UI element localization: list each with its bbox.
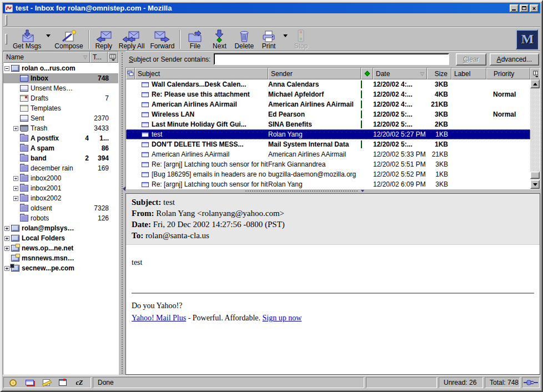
message-row[interactable]: Last Minute Holiday Gift Gui... SINA Ben… bbox=[126, 119, 530, 129]
menu-item[interactable] bbox=[50, 18, 60, 22]
close-button[interactable]: × bbox=[530, 4, 539, 12]
folder-row[interactable]: robots 126 bbox=[3, 213, 118, 223]
tree-expander[interactable] bbox=[13, 126, 18, 131]
priority-column-header[interactable]: Priority bbox=[486, 68, 530, 79]
tree-expander[interactable] bbox=[13, 196, 18, 201]
thread-column-header[interactable] bbox=[126, 68, 135, 79]
read-status-icon[interactable] bbox=[361, 91, 373, 98]
delete-button[interactable]: Delete bbox=[232, 29, 257, 50]
next-button[interactable]: Next bbox=[207, 29, 232, 50]
read-status-icon[interactable] bbox=[361, 140, 373, 148]
folder-row[interactable]: Local Folders bbox=[3, 233, 118, 243]
folder-row[interactable]: Unsent Messages bbox=[3, 83, 118, 93]
get-msgs-button[interactable]: Get Msgs bbox=[10, 29, 44, 50]
menu-item[interactable] bbox=[60, 18, 70, 22]
message-row[interactable]: Wall Calendars...Desk Calen... Anna Cale… bbox=[126, 79, 530, 89]
read-status-icon[interactable] bbox=[361, 81, 373, 88]
thread-column-picker-button[interactable] bbox=[530, 68, 540, 79]
folder-pane-splitter[interactable] bbox=[119, 51, 125, 375]
sender-column-header[interactable]: Sender bbox=[268, 68, 361, 79]
folder-row[interactable]: inbox2000 bbox=[3, 173, 118, 183]
get-msgs-dropdown-arrow[interactable] bbox=[46, 34, 51, 39]
folder-row[interactable]: Drafts 7 bbox=[3, 93, 118, 103]
folder-row[interactable]: rolan@mplsys.com bbox=[3, 223, 118, 233]
minimize-button[interactable] bbox=[510, 4, 519, 12]
date-column-header[interactable]: Date ▽ bbox=[373, 68, 427, 79]
label-column-header[interactable]: Label bbox=[451, 68, 486, 79]
search-input[interactable] bbox=[214, 53, 449, 65]
reply-button[interactable]: Reply bbox=[92, 29, 116, 50]
folder-row[interactable]: secnew...pe.com bbox=[3, 263, 118, 273]
message-row[interactable]: Re: [argnj] Latching touch sensor for hi… bbox=[126, 179, 530, 189]
tree-expander[interactable] bbox=[4, 236, 9, 241]
folder-row[interactable]: rolan o...rus.com bbox=[3, 63, 118, 73]
mozilla-logo-button[interactable]: M bbox=[516, 29, 538, 49]
compose-button[interactable]: Compose bbox=[52, 29, 86, 50]
name-column-header[interactable]: Name ▽ bbox=[3, 52, 90, 63]
message-row[interactable]: American Airlines AAirmail American Airl… bbox=[126, 149, 530, 159]
folder-row[interactable]: band 2 394 bbox=[3, 153, 118, 163]
scrollbar-thumb[interactable] bbox=[530, 172, 540, 179]
read-status-icon[interactable] bbox=[361, 100, 373, 108]
scrollbar-track[interactable] bbox=[530, 88, 540, 180]
forward-button[interactable]: Forward bbox=[147, 29, 177, 50]
tree-expander[interactable] bbox=[4, 66, 9, 71]
composer-icon[interactable] bbox=[38, 378, 54, 388]
read-status-icon[interactable] bbox=[361, 120, 373, 128]
menu-item[interactable] bbox=[30, 18, 40, 22]
mail-icon[interactable] bbox=[22, 378, 37, 388]
maximize-button[interactable] bbox=[520, 4, 529, 12]
tree-expander[interactable] bbox=[13, 186, 18, 191]
size-column-header[interactable]: Size bbox=[427, 68, 451, 79]
read-column-header[interactable] bbox=[361, 68, 373, 79]
folder-row[interactable]: Templates bbox=[3, 103, 118, 113]
menu-item[interactable] bbox=[20, 18, 30, 22]
advanced-button[interactable]: Advanced... bbox=[490, 53, 539, 66]
thread-scrollbar[interactable] bbox=[530, 79, 540, 189]
total-column-header[interactable]: T... bbox=[90, 52, 108, 63]
tree-expander[interactable] bbox=[4, 246, 9, 251]
tree-expander[interactable] bbox=[13, 176, 18, 181]
folder-row[interactable]: A spam 86 bbox=[3, 143, 118, 153]
menubar-grippy[interactable] bbox=[5, 15, 7, 26]
print-dropdown-arrow[interactable] bbox=[283, 34, 288, 39]
message-pane-splitter[interactable] bbox=[125, 189, 540, 193]
read-status-icon[interactable] bbox=[361, 110, 373, 118]
subject-column-header[interactable]: Subject bbox=[135, 68, 268, 79]
folder-row[interactable]: msnnews.msn.com bbox=[3, 253, 118, 263]
menu-item[interactable] bbox=[80, 18, 90, 22]
folder-row[interactable]: Inbox 748 bbox=[3, 73, 118, 83]
splitter-collapse-arrow-icon[interactable] bbox=[361, 190, 364, 194]
menu-item[interactable] bbox=[40, 18, 50, 22]
message-row[interactable]: test Rolan Yang 12/20/02 5:27 PM 1KB bbox=[126, 129, 530, 139]
navigator-icon[interactable] bbox=[5, 378, 21, 388]
toolbar-grippy[interactable] bbox=[5, 34, 7, 44]
message-row[interactable]: [Bug 186295] emails in headers are no lo… bbox=[126, 169, 530, 179]
folder-row[interactable]: news.op...ne.net bbox=[3, 243, 118, 253]
address-book-icon[interactable] bbox=[55, 378, 71, 388]
folder-row[interactable]: Trash 3433 bbox=[3, 123, 118, 133]
folder-row[interactable]: oldsent 7328 bbox=[3, 203, 118, 213]
folder-row[interactable]: Sent 2370 bbox=[3, 113, 118, 123]
print-button[interactable]: Print bbox=[257, 29, 281, 50]
folder-row[interactable]: inbox2002 bbox=[3, 193, 118, 203]
yahoo-mail-plus-link[interactable]: Yahoo! Mail Plus bbox=[132, 314, 186, 322]
chatzilla-icon[interactable]: cZ bbox=[72, 378, 87, 388]
folder-column-picker-button[interactable] bbox=[108, 52, 118, 63]
file-button[interactable]: File bbox=[183, 29, 207, 50]
tree-expander[interactable] bbox=[4, 266, 9, 271]
message-row[interactable]: DON'T DELETE THIS MESS... Mail System In… bbox=[126, 139, 530, 149]
folder-row[interactable]: A postfix 4 1... bbox=[3, 133, 118, 143]
message-row[interactable]: Re: Please use this attachment Michael A… bbox=[126, 89, 530, 99]
menu-item[interactable] bbox=[70, 18, 80, 22]
message-row[interactable]: American Airlines AAirmail American Airl… bbox=[126, 99, 530, 109]
scroll-down-button[interactable] bbox=[530, 180, 540, 189]
scroll-up-button[interactable] bbox=[530, 79, 540, 88]
sign-up-now-link[interactable]: Sign up now bbox=[263, 314, 302, 322]
menu-item[interactable] bbox=[10, 18, 20, 22]
reply-all-button[interactable]: Reply All bbox=[116, 29, 148, 50]
folder-row[interactable]: december rain 169 bbox=[3, 163, 118, 173]
message-row[interactable]: Re: [argnj] Latching touch sensor for hi… bbox=[126, 159, 530, 169]
online-status-indicator[interactable] bbox=[522, 377, 540, 388]
tree-expander[interactable] bbox=[4, 226, 9, 231]
